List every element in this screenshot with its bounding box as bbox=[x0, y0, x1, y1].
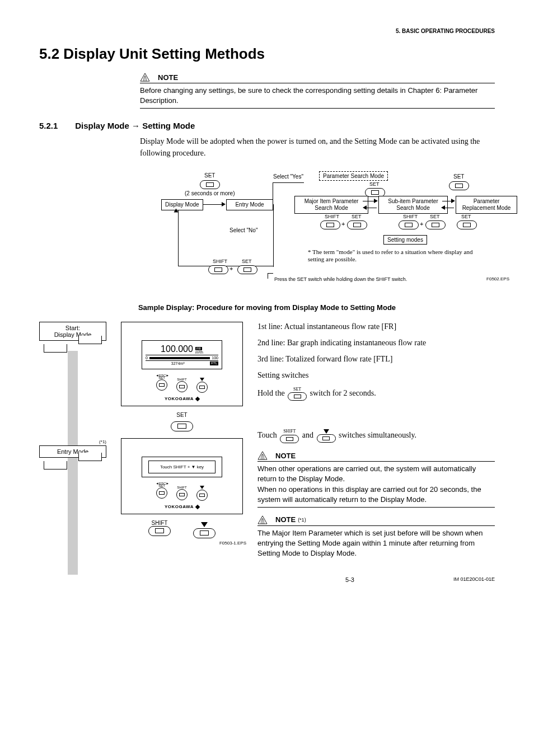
note-sup: (*1) bbox=[298, 517, 306, 523]
device-column: 100.000 FR m³/h 0 100 3274m³ FTL bbox=[118, 322, 246, 546]
subsection-num: 5.2.1 bbox=[39, 121, 73, 130]
between-set-pill-icon bbox=[171, 421, 193, 431]
sw-circle-2-icon bbox=[176, 381, 188, 392]
fig-id-2: F0503-1.EPS bbox=[118, 541, 246, 546]
between-shift-pill-icon bbox=[148, 526, 171, 536]
set-pill-r-icon bbox=[449, 181, 469, 190]
connector-half-left-icon bbox=[44, 344, 67, 353]
label-shift-b: SHIFT bbox=[213, 259, 227, 265]
label-set-5: SET bbox=[461, 214, 471, 220]
brand-diamond-icon bbox=[195, 397, 200, 401]
note-icon-2 bbox=[257, 451, 268, 460]
desc-line-5: Hold the SET switch for 2 seconds. bbox=[257, 387, 495, 401]
note-box-2: NOTE When other operations are carried o… bbox=[257, 451, 495, 508]
stage-star: (*1) bbox=[39, 439, 106, 444]
label-set-b: SET bbox=[242, 259, 252, 265]
note-label-3: NOTE bbox=[275, 515, 296, 524]
box-major: Major Item Parameter Search Mode bbox=[294, 196, 368, 214]
note-box-1: NOTE Before changing any settings, be su… bbox=[140, 73, 495, 109]
page-footer: 5-3 IM 01E20C01-01E bbox=[39, 576, 495, 583]
switch-shift: SHIFT bbox=[176, 374, 188, 393]
between-shift-label: SHIFT bbox=[148, 520, 171, 526]
set-pill-b-icon bbox=[237, 265, 257, 274]
lcd-unit: m³/h bbox=[195, 350, 203, 354]
shift-pill-1-icon bbox=[320, 220, 340, 229]
inline-shift-pill: SHIFT bbox=[280, 429, 299, 443]
switch-row-2: ◄ESC► SET SHIFT bbox=[126, 482, 238, 501]
lcd-hundred: 100 bbox=[212, 356, 218, 360]
note-box-3: NOTE (*1) The Major Item Parameter which… bbox=[257, 515, 495, 561]
shift-pill-2-icon bbox=[399, 220, 419, 229]
subsection-heading: 5.2.1 Display Mode → Setting Mode bbox=[39, 121, 495, 130]
fig-id-1: F0502.EPS bbox=[486, 276, 509, 282]
desc-line-4: Setting switches bbox=[257, 370, 495, 381]
plus-b: + bbox=[229, 265, 233, 273]
sw-circle-5-icon bbox=[176, 489, 188, 500]
box-setting-modes: Setting modes bbox=[383, 235, 427, 245]
desc-line-3: 3rd line: Totalized forward flow rate [F… bbox=[257, 354, 495, 365]
stage-column: Start: Display Mode (*1) Entry Mode bbox=[39, 322, 106, 469]
set-pill-5-icon bbox=[457, 220, 477, 229]
sw-circle-3-icon bbox=[196, 382, 208, 393]
two-seconds: (2 seconds or more) bbox=[185, 190, 235, 197]
doc-id: IM 01E20C01-01E bbox=[453, 576, 495, 583]
brand-label-2: YOKOGAWA bbox=[126, 504, 238, 509]
label-shift-1: SHIFT bbox=[325, 214, 339, 220]
lcd-screen-2: Touch SHIFT + ▼ key bbox=[142, 457, 222, 477]
box-replace: Parameter Replacement Mode bbox=[456, 196, 517, 214]
select-no: Select "No" bbox=[229, 227, 257, 234]
set-pill-icon bbox=[200, 180, 220, 189]
sw-circle-4-icon bbox=[156, 487, 167, 499]
sw-shift-label-2: SHIFT bbox=[176, 486, 188, 489]
inline-set-pill: SET bbox=[288, 387, 307, 401]
lcd-tag-ftl: FTL bbox=[210, 361, 218, 365]
label-set-3: SET bbox=[352, 214, 362, 220]
between-set-label: SET bbox=[118, 412, 246, 418]
term-note: * The term "mode" is used to refer to a … bbox=[308, 248, 487, 263]
note-icon bbox=[140, 73, 150, 82]
box-param-search: Parameter Search Mode bbox=[319, 171, 388, 181]
inline-down-pill bbox=[317, 429, 336, 443]
desc-line-1: 1st line: Actual instantaneous flow rate… bbox=[257, 322, 495, 332]
description-column: 1st line: Actual instantaneous flow rate… bbox=[257, 322, 495, 561]
sw-circle-icon bbox=[156, 379, 167, 391]
select-yes: Select "Yes" bbox=[273, 173, 303, 180]
down-triangle-icon bbox=[200, 378, 204, 381]
connector-half-left-2-icon bbox=[44, 461, 67, 469]
note-body: Before changing any settings, be sure to… bbox=[140, 86, 495, 109]
switch-set: ◄ESC► SET bbox=[156, 374, 168, 393]
subsection-title: Display Mode → Setting Mode bbox=[75, 121, 195, 130]
lcd-value: 100.000 bbox=[161, 344, 193, 354]
brand-label: YOKOGAWA bbox=[126, 396, 238, 401]
figure-caption: Sample Display: Procedure for moving fro… bbox=[39, 303, 495, 312]
note-icon-3 bbox=[257, 515, 268, 524]
note-body-3: The Major Item Parameter which is set ju… bbox=[257, 528, 495, 561]
between-down-pill-icon bbox=[193, 528, 216, 538]
set-pill-3-icon bbox=[347, 220, 367, 229]
box-sub: Sub-item Parameter Search Mode bbox=[378, 196, 448, 214]
connector-half-right-2-icon bbox=[78, 453, 102, 461]
sw-shift-label: SHIFT bbox=[176, 378, 188, 381]
lcd-message: Touch SHIFT + ▼ key bbox=[148, 461, 216, 473]
note-label: NOTE bbox=[158, 73, 178, 82]
note-label-2: NOTE bbox=[275, 452, 296, 460]
switch-shift-2: SHIFT bbox=[176, 482, 188, 501]
device-display: 100.000 FR m³/h 0 100 3274m³ FTL bbox=[121, 322, 243, 406]
label-set-2: SET bbox=[369, 181, 380, 187]
subsection-body: Display Mode will be adopted when the po… bbox=[140, 136, 495, 159]
box-entry-mode: Entry Mode bbox=[226, 199, 273, 210]
switch-row: ◄ESC► SET SHIFT bbox=[126, 374, 238, 393]
plus-2: + bbox=[420, 220, 423, 228]
between-down-icon bbox=[201, 522, 208, 527]
shift-pill-b-icon bbox=[208, 265, 228, 274]
switch-down-2 bbox=[196, 482, 208, 501]
lcd-zero: 0 bbox=[146, 356, 148, 360]
running-header: 5. BASIC OPERATING PROCEDURES bbox=[39, 28, 495, 34]
desc-line-6: Touch SHIFT and switches simultaneously. bbox=[257, 429, 495, 443]
mode-flow-diagram: SET (2 seconds or more) Display Mode Ent… bbox=[118, 169, 509, 298]
sw-circle-6-icon bbox=[196, 490, 208, 501]
brand-diamond-2-icon bbox=[195, 505, 200, 509]
note-body-2: When other operations are carried out, t… bbox=[257, 464, 495, 508]
press-note: Press the SET switch while holding down … bbox=[274, 276, 453, 283]
plus-1: + bbox=[341, 220, 345, 228]
